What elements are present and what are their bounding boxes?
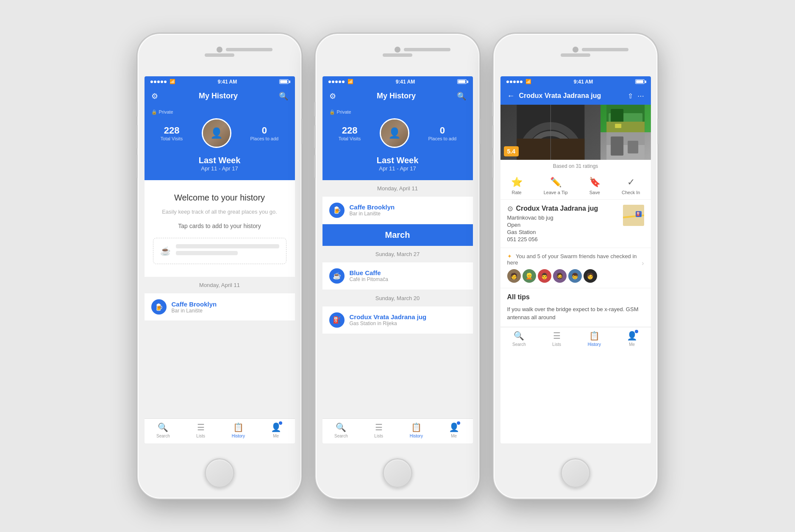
back-icon-3[interactable]: ← — [507, 92, 515, 100]
nav-me-label-2: Me — [451, 434, 457, 438]
nav-search-2[interactable]: 🔍 Search — [322, 422, 360, 438]
rate-label-3: Rate — [511, 190, 521, 195]
bottom-nav-3: 🔍 Search ☰ Lists 📋 History 👤 Me — [500, 327, 651, 352]
nav-history-1[interactable]: 📋 History — [220, 422, 257, 438]
friends-text-3: ✦ You and 5 of your Swarm friends have c… — [507, 253, 644, 266]
rating-badge-3: 5.4 — [504, 146, 519, 156]
svg-text:⛽: ⛽ — [636, 211, 642, 217]
rate-action-3[interactable]: ⭐ Rate — [511, 177, 523, 195]
nav-lists-label-1: Lists — [196, 434, 205, 438]
settings-icon-1[interactable]: ⚙ — [151, 92, 158, 101]
place-card-1[interactable]: 🍺 Caffe Brooklyn Bar in Lanište — [145, 293, 295, 321]
checkin-action-3[interactable]: ✓ Check In — [622, 177, 640, 195]
placeholder-card-1[interactable]: ☕ — [153, 238, 286, 264]
settings-icon-2[interactable]: ⚙ — [329, 92, 336, 101]
friend-avatar-1: 🧑 — [507, 269, 521, 283]
bottom-nav-2: 🔍 Search ☰ Lists 📋 History 👤 Me — [322, 418, 473, 443]
placeholder-lines-1 — [176, 244, 279, 258]
welcome-tap-1: Tap cards to add to your history — [153, 223, 286, 229]
tip-text-3: If you walk over the bridge expect to be… — [507, 305, 644, 322]
nav-search-3[interactable]: 🔍 Search — [500, 331, 538, 347]
nav-search-1[interactable]: 🔍 Search — [145, 422, 182, 438]
place-info-2c: Crodux Vrata Jadrana jug Gas Station in … — [350, 313, 466, 326]
nav-lists-2[interactable]: ☰ Lists — [360, 422, 398, 438]
place-card-2c[interactable]: ⛽ Crodux Vrata Jadrana jug Gas Station i… — [322, 306, 473, 334]
nav-history-3[interactable]: 📋 History — [575, 331, 613, 347]
phone-camera-1 — [217, 47, 222, 53]
phone-bottom-3 — [494, 448, 657, 499]
nav-search-icon-1: 🔍 — [158, 422, 168, 432]
friends-section-3: ✦ You and 5 of your Swarm friends have c… — [500, 248, 651, 288]
ratings-count-3: Based on 31 ratings — [500, 160, 651, 173]
avatar-1: 👤 — [202, 118, 231, 148]
date-divider-2a: Monday, April 11 — [322, 180, 473, 197]
map-thumbnail-3[interactable]: ⛽ — [623, 205, 644, 226]
place-icon-2b: ☕ — [329, 268, 345, 284]
home-button-2[interactable] — [383, 458, 412, 488]
detail-section-3: ⊙ Crodux Vrata Jadrana jug Martinkovac b… — [500, 200, 651, 248]
nav-history-label-1: History — [232, 434, 245, 438]
tips-section-3: All tips If you walk over the bridge exp… — [500, 288, 651, 327]
swarm-icon-3: ✦ — [507, 253, 512, 259]
home-button-1[interactable] — [205, 458, 234, 488]
nav-history-2[interactable]: 📋 History — [398, 422, 435, 438]
header-title-1: My History — [199, 92, 238, 100]
battery-icon-3 — [635, 79, 645, 84]
status-right-2 — [457, 79, 467, 84]
welcome-title-1: Welcome to your history — [153, 193, 286, 203]
place-card-2b[interactable]: ☕ Blue Caffe Café in Pitomača — [322, 262, 473, 290]
nav-history-icon-3: 📋 — [589, 331, 600, 341]
place-sub-2c: Gas Station in Rijeka — [350, 320, 466, 326]
nav-history-icon-2: 📋 — [411, 422, 422, 432]
place-icon-1: 🍺 — [151, 299, 167, 315]
checkin-label-3: Check In — [622, 190, 640, 195]
nav-me-3[interactable]: 👤 Me — [613, 331, 651, 347]
period-label-2: Last Week — [377, 156, 419, 165]
avatar-2: 👤 — [380, 118, 409, 148]
nav-lists-3[interactable]: ☰ Lists — [538, 331, 575, 347]
tips-title-3: All tips — [507, 293, 644, 301]
screen-1: 📶 9:41 AM ⚙ My History 🔍 🔒 Private — [145, 76, 295, 443]
nav-me-icon-3: 👤 — [627, 331, 637, 341]
nav-me-label-1: Me — [273, 434, 279, 438]
check-icon-3: ⊙ — [507, 205, 513, 213]
status-left-3: 📶 — [506, 79, 531, 84]
nav-lists-1[interactable]: ☰ Lists — [182, 422, 220, 438]
save-action-3[interactable]: 🔖 Save — [589, 177, 600, 195]
signal-dots-1 — [150, 81, 167, 83]
app-header-2: ⚙ My History 🔍 — [322, 87, 473, 105]
svg-rect-13 — [611, 136, 623, 156]
friend-avatar-4: 🧔 — [553, 269, 567, 283]
home-button-3[interactable] — [561, 458, 590, 488]
phone-top-1 — [138, 34, 301, 76]
screen-2: 📶 9:41 AM ⚙ My History 🔍 🔒 Private — [322, 76, 473, 443]
phone-bottom-2 — [316, 448, 479, 499]
tip-icon-3: ✏️ — [550, 177, 562, 188]
nav-search-icon-3: 🔍 — [514, 331, 524, 341]
status-time-3: 9:41 AM — [574, 79, 593, 85]
nav-me-1[interactable]: 👤 Me — [257, 422, 295, 438]
search-icon-2[interactable]: 🔍 — [457, 92, 466, 101]
nav-search-label-2: Search — [334, 434, 348, 438]
tip-action-3[interactable]: ✏️ Leave a Tip — [544, 177, 568, 195]
share-icon-3[interactable]: ⇧ — [628, 92, 633, 100]
lock-icon-1: 🔒 — [151, 109, 157, 115]
private-label-1: 🔒 Private — [151, 109, 173, 115]
detail-phone-3: 051 225 056 — [507, 236, 644, 242]
nav-me-2[interactable]: 👤 Me — [435, 422, 473, 438]
welcome-section-1: Welcome to your history Easily keep trac… — [145, 180, 295, 277]
phone-1: 📶 9:41 AM ⚙ My History 🔍 🔒 Private — [137, 33, 302, 499]
status-left-2: 📶 — [328, 79, 353, 84]
svg-rect-10 — [615, 124, 621, 128]
status-time-2: 9:41 AM — [396, 79, 415, 85]
month-header-2: March — [322, 224, 473, 246]
nav-me-icon-1: 👤 — [271, 422, 281, 432]
place-icon-2c: ⛽ — [329, 312, 345, 328]
more-icon-3[interactable]: ⋯ — [637, 92, 644, 100]
friend-avatar-2: 👱 — [523, 269, 536, 283]
place-card-2a[interactable]: 🍺 Caffe Brooklyn Bar in Lanište — [322, 197, 473, 224]
search-icon-1[interactable]: 🔍 — [279, 92, 288, 101]
friends-arrow-3[interactable]: › — [642, 259, 644, 267]
content-2: Monday, April 11 🍺 Caffe Brooklyn Bar in… — [322, 180, 473, 418]
period-label-1: Last Week — [199, 156, 241, 165]
